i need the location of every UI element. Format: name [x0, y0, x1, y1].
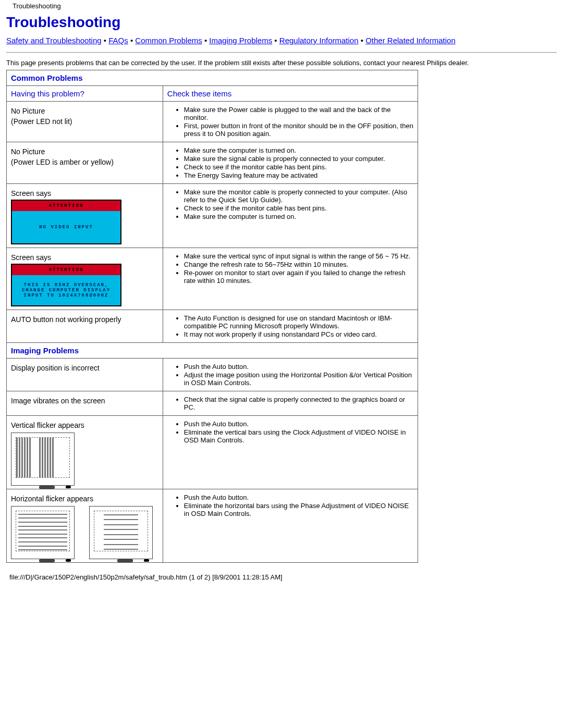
warning-header: ATTENTION [12, 201, 120, 211]
check-item: The Auto Function is designed for use on… [184, 314, 413, 330]
monitor-graphic-icon [11, 433, 75, 486]
divider [6, 52, 557, 53]
bc-other[interactable]: Other Related Information [365, 36, 456, 45]
col-check-items: Check these items [163, 86, 418, 102]
check-item: Change the refresh rate to 56~75Hz withi… [184, 261, 413, 268]
problem-label: Horizontal flicker appears [11, 495, 158, 503]
imaging-problems-heading: Imaging Problems [7, 343, 418, 359]
bc-regulatory[interactable]: Regulatory Information [279, 36, 359, 45]
check-item: Make sure the computer is turned on. [184, 213, 413, 220]
table-row: Horizontal flicker appears Push t [7, 489, 418, 563]
check-item: The Energy Saving feature may be activat… [184, 171, 413, 179]
problem-label: No Picture [11, 147, 158, 156]
check-item: Eliminate the horizontal bars using the … [184, 502, 413, 517]
problem-sublabel: (Power LED not lit) [11, 117, 158, 126]
check-item: Make sure the signal cable is properly c… [184, 155, 413, 163]
warning-box: ATTENTION NO VIDEO INPUT [11, 200, 121, 244]
check-item: Push the Auto button. [184, 493, 413, 501]
common-problems-heading: Common Problems [7, 70, 418, 86]
check-item: It may not work properly if using nonsta… [184, 330, 413, 338]
check-item: Make sure the Power cable is plugged to … [184, 106, 413, 121]
check-item: Adjust the image position using the Hori… [184, 371, 413, 387]
table-row: Image vibrates on the screen Check that … [7, 391, 418, 416]
table-row: Screen says ATTENTION NO VIDEO INPUT Mak… [7, 184, 418, 248]
breadcrumb: Safety and Troubleshooting • FAQs • Comm… [6, 36, 557, 45]
table-row: No Picture (Power LED is amber or yellow… [7, 142, 418, 184]
table-row: Screen says ATTENTION THIS IS 85HZ OVERS… [7, 248, 418, 310]
bc-imaging[interactable]: Imaging Problems [209, 36, 272, 45]
bc-common[interactable]: Common Problems [135, 36, 202, 45]
bc-faqs[interactable]: FAQs [108, 36, 128, 45]
monitor-graphic-icon [11, 506, 75, 559]
check-item: Push the Auto button. [184, 420, 413, 428]
check-item: Check that the signal cable is properly … [184, 396, 413, 411]
warning-header: ATTENTION [12, 265, 120, 275]
problem-label: Image vibrates on the screen [11, 397, 158, 405]
monitor-graphic-icon [89, 506, 153, 559]
table-row: AUTO button not working properly The Aut… [7, 310, 418, 343]
problem-label: No Picture [11, 107, 158, 115]
problem-label: Vertical flicker appears [11, 421, 158, 429]
table-row: Vertical flicker appears Push the Auto b… [7, 416, 418, 489]
check-item: Make sure the computer is turned on. [184, 146, 413, 154]
problem-label: AUTO button not working properly [11, 315, 158, 324]
page-header: Troubleshooting [6, 0, 557, 12]
problem-label: Display position is incorrect [11, 364, 158, 372]
page-title: Troubleshooting [6, 14, 557, 31]
warning-box: ATTENTION THIS IS 85HZ OVERSCAN, CHANGE … [11, 264, 121, 306]
check-item: Check to see if the monitor cable has be… [184, 204, 413, 212]
check-item: Make sure the monitor cable is properly … [184, 188, 413, 204]
table-row: Display position is incorrect Push the A… [7, 359, 418, 391]
footer-path: file:///D|/Grace/150P2/english/150p2m/sa… [6, 573, 557, 581]
check-item: Eliminate the vertical bars using the Cl… [184, 428, 413, 444]
warning-body: NO VIDEO INPUT [12, 211, 120, 243]
check-item: Make sure the vertical sync of input sig… [184, 252, 413, 260]
check-item: Push the Auto button. [184, 363, 413, 371]
warning-body: THIS IS 85HZ OVERSCAN, CHANGE COMPUTER D… [12, 275, 120, 305]
check-item: Re-power on monitor to start over again … [184, 269, 413, 285]
intro-text: This page presents problems that can be … [6, 59, 557, 67]
problem-sublabel: (Power LED is amber or yellow) [11, 158, 158, 166]
table-row: No Picture (Power LED not lit) Make sure… [7, 102, 418, 142]
check-item: Check to see if the monitor cable has be… [184, 163, 413, 171]
check-item: First, power button in front of the moni… [184, 122, 413, 138]
col-having-problem: Having this problem? [7, 86, 163, 102]
problem-label: Screen says [11, 189, 158, 198]
problem-label: Screen says [11, 253, 158, 262]
bc-safety[interactable]: Safety and Troubleshooting [6, 36, 102, 45]
troubleshooting-table: Common Problems Having this problem? Che… [6, 70, 418, 563]
